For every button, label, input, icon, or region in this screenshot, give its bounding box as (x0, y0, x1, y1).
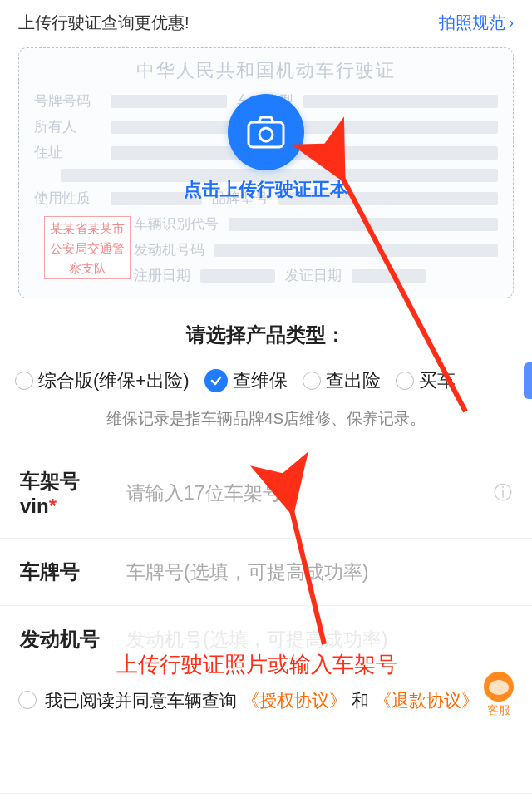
product-type-label: 查维保 (233, 368, 288, 393)
photo-spec-link[interactable]: 拍照规范 › (439, 12, 514, 34)
radio-icon (303, 372, 321, 390)
customer-service-label: 客服 (487, 703, 510, 718)
customer-service-button[interactable]: 客服 (475, 672, 522, 718)
agreement-text-mid: 和 (352, 691, 369, 710)
vin-label: 车架号vin* (20, 468, 111, 518)
license-field-issuedate: 发证日期 (285, 266, 342, 285)
authority-stamp: 某某省某某市公安局交通警察支队 (44, 216, 131, 279)
license-field-vin: 车辆识别代号 (134, 214, 219, 234)
camera-upload-button[interactable] (228, 94, 304, 170)
svg-rect-0 (249, 122, 283, 147)
license-field-usage: 使用性质 (34, 189, 101, 208)
auth-agreement-link[interactable]: 《授权协议》 (242, 691, 347, 710)
plate-row: 车牌号 车牌号(选填，可提高成功率) (0, 539, 532, 606)
agreement-text-pre: 我已阅读并同意车辆查询 (45, 691, 237, 710)
product-type-group: 综合版(维保+出险) 查维保 查出险 买车 (0, 368, 532, 393)
placeholder-bar (200, 269, 275, 283)
placeholder-bar (352, 269, 426, 283)
product-type-label: 买车 (419, 368, 456, 393)
plate-label: 车牌号 (20, 559, 111, 585)
placeholder-bar (229, 218, 498, 231)
radio-icon (15, 372, 33, 390)
license-card-title: 中华人民共和国机动车行驶证 (34, 58, 498, 83)
photo-spec-label: 拍照规范 (439, 12, 505, 34)
vin-row: 车架号vin* 请输入17位车架号 ⓘ (0, 448, 532, 539)
svg-point-1 (259, 128, 273, 141)
agreement-checkbox[interactable] (18, 691, 37, 709)
upload-instruction: 点击上传行驶证正本 (184, 177, 348, 202)
product-type-maintenance[interactable]: 查维保 (204, 368, 288, 393)
chevron-right-icon: › (509, 14, 514, 32)
annotation-text: 上传行驶证照片或输入车架号 (116, 650, 397, 679)
radio-checked-icon (204, 369, 228, 392)
license-upload-card[interactable]: 中华人民共和国机动车行驶证 号牌号码 车辆类型 所有人 住址 使用性质 品牌型号… (18, 47, 514, 298)
plate-input[interactable]: 车牌号(选填，可提高成功率) (126, 559, 512, 585)
license-field-plate: 号牌号码 (34, 91, 101, 111)
vin-input[interactable]: 请输入17位车架号 (126, 480, 479, 506)
horizontal-scroll-indicator[interactable] (524, 362, 532, 399)
info-icon[interactable]: ⓘ (494, 480, 512, 505)
product-type-hint: 维保记录是指车辆品牌4S店维修、保养记录。 (0, 408, 532, 430)
license-field-engine: 发动机号码 (134, 240, 204, 259)
product-type-combo[interactable]: 综合版(维保+出险) (15, 368, 190, 393)
required-asterisk: * (49, 495, 57, 517)
license-field-address: 住址 (34, 143, 101, 162)
radio-icon (396, 372, 414, 390)
product-type-label: 查出险 (326, 368, 381, 393)
product-type-heading: 请选择产品类型： (0, 322, 532, 348)
placeholder-bar (214, 244, 498, 257)
product-type-label: 综合版(维保+出险) (38, 368, 190, 393)
product-type-more[interactable]: 买车 (396, 368, 456, 393)
camera-icon (247, 116, 285, 149)
customer-service-icon (484, 672, 514, 702)
product-type-accident[interactable]: 查出险 (303, 368, 381, 393)
license-field-owner: 所有人 (34, 117, 101, 136)
refund-agreement-link[interactable]: 《退款协议》 (374, 691, 479, 710)
engine-label: 发动机号 (20, 626, 111, 653)
promo-text: 上传行驶证查询更优惠! (18, 12, 190, 34)
license-field-regdate: 注册日期 (134, 266, 190, 285)
engine-input[interactable]: 发动机号(选填，可提高成功率) (126, 627, 512, 653)
